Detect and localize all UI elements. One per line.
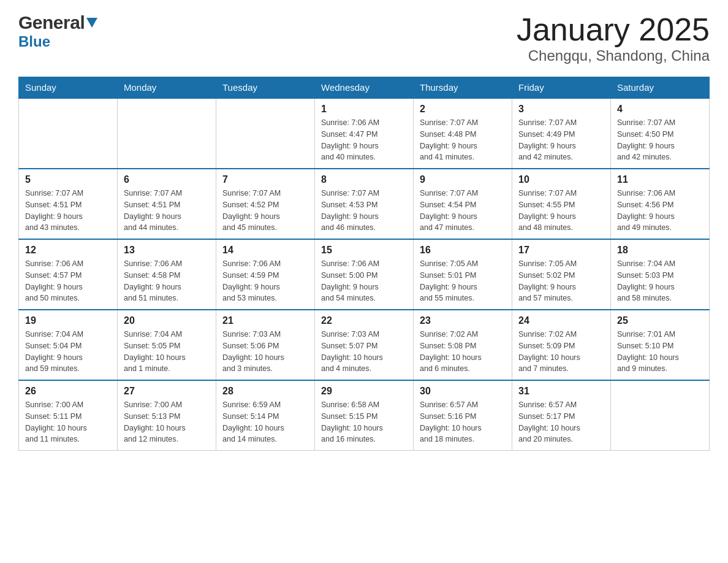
calendar-day-header: Thursday [414,77,512,99]
calendar-cell: 16Sunrise: 7:05 AM Sunset: 5:01 PM Dayli… [414,239,512,310]
calendar-day-header: Wednesday [315,77,414,99]
calendar-cell: 3Sunrise: 7:07 AM Sunset: 4:49 PM Daylig… [512,98,611,169]
calendar-cell: 12Sunrise: 7:06 AM Sunset: 4:57 PM Dayli… [19,239,118,310]
day-info: Sunrise: 7:03 AM Sunset: 5:06 PM Dayligh… [222,329,308,375]
calendar-cell: 15Sunrise: 7:06 AM Sunset: 5:00 PM Dayli… [315,239,414,310]
day-number: 10 [518,174,604,185]
calendar-cell: 19Sunrise: 7:04 AM Sunset: 5:04 PM Dayli… [19,310,118,380]
calendar-week-row: 19Sunrise: 7:04 AM Sunset: 5:04 PM Dayli… [19,310,710,380]
page-header: General Blue January 2025 Chengqu, Shand… [18,12,710,64]
calendar-cell: 31Sunrise: 6:57 AM Sunset: 5:17 PM Dayli… [512,380,611,451]
calendar-day-header: Friday [512,77,611,99]
day-info: Sunrise: 7:05 AM Sunset: 5:01 PM Dayligh… [420,258,506,304]
logo-blue-text: Blue [18,33,50,50]
calendar-cell: 4Sunrise: 7:07 AM Sunset: 4:50 PM Daylig… [611,98,710,169]
day-info: Sunrise: 7:07 AM Sunset: 4:52 PM Dayligh… [222,188,308,234]
day-number: 17 [518,245,604,256]
calendar-day-header: Monday [118,77,216,99]
day-number: 8 [321,174,407,185]
svg-marker-0 [86,18,97,28]
calendar-week-row: 26Sunrise: 7:00 AM Sunset: 5:11 PM Dayli… [19,380,710,451]
day-number: 18 [617,245,703,256]
calendar-title: January 2025 [517,12,710,47]
day-number: 21 [222,315,308,326]
calendar-cell: 1Sunrise: 7:06 AM Sunset: 4:47 PM Daylig… [315,98,414,169]
day-info: Sunrise: 7:06 AM Sunset: 4:57 PM Dayligh… [25,258,111,304]
calendar-cell: 29Sunrise: 6:58 AM Sunset: 5:15 PM Dayli… [315,380,414,451]
day-number: 3 [518,104,604,115]
calendar-cell [216,98,315,169]
calendar-week-row: 1Sunrise: 7:06 AM Sunset: 4:47 PM Daylig… [19,98,710,169]
calendar-cell: 9Sunrise: 7:07 AM Sunset: 4:54 PM Daylig… [414,169,512,239]
calendar-cell: 24Sunrise: 7:02 AM Sunset: 5:09 PM Dayli… [512,310,611,380]
calendar-week-row: 12Sunrise: 7:06 AM Sunset: 4:57 PM Dayli… [19,239,710,310]
day-info: Sunrise: 7:07 AM Sunset: 4:50 PM Dayligh… [617,117,703,163]
logo-general-text: General [18,12,85,33]
day-info: Sunrise: 7:02 AM Sunset: 5:08 PM Dayligh… [420,329,506,375]
calendar-cell [19,98,118,169]
calendar-cell [611,380,710,451]
calendar-cell: 6Sunrise: 7:07 AM Sunset: 4:51 PM Daylig… [118,169,216,239]
calendar-subtitle: Chengqu, Shandong, China [517,47,710,64]
day-number: 12 [25,245,111,256]
calendar-cell: 7Sunrise: 7:07 AM Sunset: 4:52 PM Daylig… [216,169,315,239]
day-info: Sunrise: 7:06 AM Sunset: 5:00 PM Dayligh… [321,258,407,304]
logo-arrow-icon [86,18,97,30]
day-info: Sunrise: 7:07 AM Sunset: 4:55 PM Dayligh… [518,188,604,234]
day-number: 19 [25,315,111,326]
calendar-cell: 23Sunrise: 7:02 AM Sunset: 5:08 PM Dayli… [414,310,512,380]
logo: General Blue [18,12,97,50]
day-number: 24 [518,315,604,326]
day-number: 11 [617,174,703,185]
calendar-cell: 2Sunrise: 7:07 AM Sunset: 4:48 PM Daylig… [414,98,512,169]
calendar-day-header: Saturday [611,77,710,99]
day-number: 23 [420,315,506,326]
day-info: Sunrise: 7:07 AM Sunset: 4:48 PM Dayligh… [420,117,506,163]
calendar-cell [118,98,216,169]
calendar-day-header: Tuesday [216,77,315,99]
day-info: Sunrise: 7:06 AM Sunset: 4:59 PM Dayligh… [222,258,308,304]
day-number: 1 [321,104,407,115]
calendar-cell: 30Sunrise: 6:57 AM Sunset: 5:16 PM Dayli… [414,380,512,451]
day-number: 22 [321,315,407,326]
day-info: Sunrise: 7:05 AM Sunset: 5:02 PM Dayligh… [518,258,604,304]
day-number: 29 [321,386,407,397]
calendar-cell: 11Sunrise: 7:06 AM Sunset: 4:56 PM Dayli… [611,169,710,239]
day-info: Sunrise: 7:04 AM Sunset: 5:05 PM Dayligh… [124,329,210,375]
calendar-header-row: SundayMondayTuesdayWednesdayThursdayFrid… [19,77,710,99]
day-number: 20 [124,315,210,326]
day-number: 30 [420,386,506,397]
day-number: 7 [222,174,308,185]
day-info: Sunrise: 7:07 AM Sunset: 4:54 PM Dayligh… [420,188,506,234]
day-number: 16 [420,245,506,256]
day-info: Sunrise: 7:07 AM Sunset: 4:51 PM Dayligh… [25,188,111,234]
day-info: Sunrise: 6:59 AM Sunset: 5:14 PM Dayligh… [222,399,308,445]
calendar-cell: 5Sunrise: 7:07 AM Sunset: 4:51 PM Daylig… [19,169,118,239]
day-info: Sunrise: 6:58 AM Sunset: 5:15 PM Dayligh… [321,399,407,445]
calendar-cell: 26Sunrise: 7:00 AM Sunset: 5:11 PM Dayli… [19,380,118,451]
day-number: 31 [518,386,604,397]
day-info: Sunrise: 7:00 AM Sunset: 5:13 PM Dayligh… [124,399,210,445]
calendar-cell: 18Sunrise: 7:04 AM Sunset: 5:03 PM Dayli… [611,239,710,310]
calendar-day-header: Sunday [19,77,118,99]
calendar-cell: 20Sunrise: 7:04 AM Sunset: 5:05 PM Dayli… [118,310,216,380]
day-number: 28 [222,386,308,397]
calendar-cell: 25Sunrise: 7:01 AM Sunset: 5:10 PM Dayli… [611,310,710,380]
day-number: 27 [124,386,210,397]
calendar-cell: 10Sunrise: 7:07 AM Sunset: 4:55 PM Dayli… [512,169,611,239]
day-number: 13 [124,245,210,256]
day-number: 2 [420,104,506,115]
calendar-cell: 13Sunrise: 7:06 AM Sunset: 4:58 PM Dayli… [118,239,216,310]
day-info: Sunrise: 7:06 AM Sunset: 4:58 PM Dayligh… [124,258,210,304]
day-info: Sunrise: 6:57 AM Sunset: 5:17 PM Dayligh… [518,399,604,445]
day-info: Sunrise: 7:07 AM Sunset: 4:53 PM Dayligh… [321,188,407,234]
calendar-cell: 27Sunrise: 7:00 AM Sunset: 5:13 PM Dayli… [118,380,216,451]
day-number: 9 [420,174,506,185]
day-number: 5 [25,174,111,185]
day-info: Sunrise: 7:07 AM Sunset: 4:49 PM Dayligh… [518,117,604,163]
day-number: 4 [617,104,703,115]
day-info: Sunrise: 7:04 AM Sunset: 5:03 PM Dayligh… [617,258,703,304]
day-number: 25 [617,315,703,326]
day-info: Sunrise: 7:02 AM Sunset: 5:09 PM Dayligh… [518,329,604,375]
day-info: Sunrise: 6:57 AM Sunset: 5:16 PM Dayligh… [420,399,506,445]
